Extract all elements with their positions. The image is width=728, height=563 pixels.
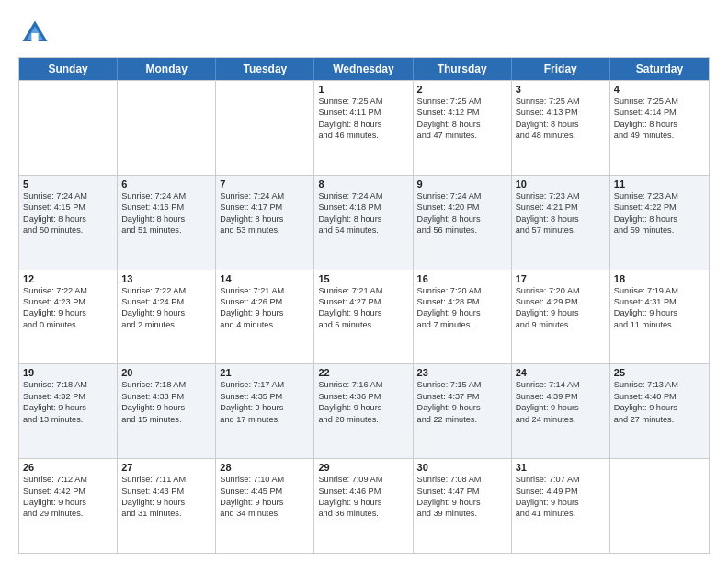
- cell-info-line: and 53 minutes.: [220, 224, 310, 236]
- logo-icon: [18, 17, 51, 50]
- cell-info-line: Daylight: 8 hours: [614, 213, 705, 224]
- cell-info-line: and 5 minutes.: [318, 319, 408, 330]
- calendar-cell: 18Sunrise: 7:19 AMSunset: 4:31 PMDayligh…: [610, 270, 709, 364]
- cell-info-line: Sunrise: 7:14 AM: [516, 379, 606, 390]
- day-number: 29: [318, 462, 408, 473]
- cell-info-line: and 50 minutes.: [23, 224, 113, 236]
- cell-info-line: Sunset: 4:47 PM: [417, 486, 507, 497]
- calendar-row: 5Sunrise: 7:24 AMSunset: 4:15 PMDaylight…: [19, 175, 709, 270]
- cell-info-line: and 48 minutes.: [516, 130, 606, 141]
- day-number: 12: [23, 273, 113, 284]
- calendar-cell: 4Sunrise: 7:25 AMSunset: 4:14 PMDaylight…: [610, 81, 709, 175]
- cell-info-line: Sunset: 4:18 PM: [318, 201, 408, 213]
- cell-info-line: Sunrise: 7:16 AM: [318, 379, 408, 390]
- day-number: 26: [23, 462, 113, 473]
- cell-info-line: and 39 minutes.: [417, 508, 507, 519]
- calendar-cell: 13Sunrise: 7:22 AMSunset: 4:24 PMDayligh…: [118, 270, 216, 364]
- cell-info-line: Sunrise: 7:22 AM: [121, 285, 211, 296]
- cell-info-line: Sunset: 4:45 PM: [220, 486, 310, 497]
- cell-info-line: Sunset: 4:16 PM: [121, 201, 211, 213]
- cell-info-line: and 57 minutes.: [516, 224, 606, 236]
- cell-info-line: and 59 minutes.: [614, 224, 705, 236]
- cell-info-line: Sunset: 4:49 PM: [516, 486, 606, 497]
- calendar-cell: 9Sunrise: 7:24 AMSunset: 4:20 PMDaylight…: [414, 176, 512, 270]
- calendar-cell: 22Sunrise: 7:16 AMSunset: 4:36 PMDayligh…: [314, 364, 413, 458]
- day-number: 16: [417, 273, 507, 284]
- cell-info-line: Sunrise: 7:15 AM: [417, 379, 507, 390]
- calendar-cell: 25Sunrise: 7:13 AMSunset: 4:40 PMDayligh…: [610, 364, 709, 458]
- cell-info-line: and 15 minutes.: [121, 414, 211, 425]
- cell-info-line: and 46 minutes.: [318, 130, 408, 141]
- cell-info-line: Sunrise: 7:25 AM: [516, 96, 606, 107]
- cell-info-line: Sunrise: 7:20 AM: [516, 285, 606, 296]
- day-number: 15: [318, 273, 408, 284]
- cell-info-line: Daylight: 9 hours: [23, 497, 113, 508]
- day-number: 14: [220, 273, 310, 284]
- cell-info-line: Daylight: 9 hours: [516, 497, 606, 508]
- cell-info-line: Sunrise: 7:17 AM: [220, 379, 310, 390]
- cell-info-line: Sunset: 4:15 PM: [23, 201, 113, 213]
- cell-info-line: and 34 minutes.: [220, 508, 310, 519]
- cell-info-line: Sunrise: 7:21 AM: [220, 285, 310, 296]
- day-number: 8: [318, 178, 408, 190]
- cell-info-line: Daylight: 8 hours: [516, 119, 606, 130]
- day-number: 9: [417, 178, 507, 190]
- cell-info-line: Sunset: 4:13 PM: [516, 107, 606, 118]
- cell-info-line: and 36 minutes.: [318, 508, 408, 519]
- cell-info-line: Daylight: 9 hours: [220, 307, 310, 318]
- cell-info-line: and 56 minutes.: [417, 224, 507, 236]
- cell-info-line: and 49 minutes.: [614, 130, 705, 141]
- calendar-cell: 28Sunrise: 7:10 AMSunset: 4:45 PMDayligh…: [216, 459, 314, 553]
- cell-info-line: Daylight: 8 hours: [23, 213, 113, 224]
- cell-info-line: Sunrise: 7:22 AM: [23, 285, 113, 296]
- calendar-row: 1Sunrise: 7:25 AMSunset: 4:11 PMDaylight…: [19, 80, 709, 175]
- calendar-cell: 10Sunrise: 7:23 AMSunset: 4:21 PMDayligh…: [512, 176, 610, 270]
- calendar-row: 12Sunrise: 7:22 AMSunset: 4:23 PMDayligh…: [19, 270, 709, 364]
- calendar-cell: [216, 81, 314, 175]
- page: SundayMondayTuesdayWednesdayThursdayFrid…: [0, 0, 728, 563]
- day-number: 24: [516, 367, 606, 378]
- cell-info-line: Daylight: 9 hours: [318, 307, 408, 318]
- day-number: 28: [220, 462, 310, 473]
- cell-info-line: and 24 minutes.: [516, 414, 606, 425]
- cell-info-line: Sunset: 4:17 PM: [220, 201, 310, 213]
- cell-info-line: Daylight: 9 hours: [417, 402, 507, 413]
- cell-info-line: Sunset: 4:29 PM: [516, 296, 606, 307]
- logo: [18, 17, 57, 50]
- cell-info-line: Daylight: 9 hours: [23, 307, 113, 318]
- day-number: 19: [23, 367, 113, 378]
- cell-info-line: and 9 minutes.: [516, 319, 606, 330]
- cell-info-line: Sunset: 4:33 PM: [121, 391, 211, 402]
- cell-info-line: Sunrise: 7:23 AM: [516, 190, 606, 201]
- day-number: 23: [417, 367, 507, 378]
- cell-info-line: and 47 minutes.: [417, 130, 507, 141]
- cell-info-line: Sunrise: 7:18 AM: [23, 379, 113, 390]
- cell-info-line: Sunrise: 7:11 AM: [121, 474, 211, 485]
- cell-info-line: Sunset: 4:32 PM: [23, 391, 113, 402]
- calendar-cell: [610, 459, 709, 553]
- cell-info-line: Daylight: 9 hours: [516, 402, 606, 413]
- cell-info-line: Sunset: 4:37 PM: [417, 391, 507, 402]
- cell-info-line: Sunset: 4:39 PM: [516, 391, 606, 402]
- calendar-body: 1Sunrise: 7:25 AMSunset: 4:11 PMDaylight…: [19, 80, 709, 553]
- calendar-cell: 15Sunrise: 7:21 AMSunset: 4:27 PMDayligh…: [314, 270, 413, 364]
- calendar-row: 19Sunrise: 7:18 AMSunset: 4:32 PMDayligh…: [19, 363, 709, 458]
- cell-info-line: Daylight: 9 hours: [121, 497, 211, 508]
- calendar-cell: 30Sunrise: 7:08 AMSunset: 4:47 PMDayligh…: [414, 459, 512, 553]
- calendar-cell: 5Sunrise: 7:24 AMSunset: 4:15 PMDaylight…: [19, 176, 118, 270]
- calendar-cell: 19Sunrise: 7:18 AMSunset: 4:32 PMDayligh…: [19, 364, 118, 458]
- cell-info-line: and 51 minutes.: [121, 224, 211, 236]
- cell-info-line: and 4 minutes.: [220, 319, 310, 330]
- cell-info-line: Daylight: 8 hours: [417, 213, 507, 224]
- day-number: 10: [516, 178, 606, 190]
- calendar-cell: 26Sunrise: 7:12 AMSunset: 4:42 PMDayligh…: [19, 459, 118, 553]
- day-number: 18: [614, 273, 705, 284]
- cell-info-line: and 27 minutes.: [614, 414, 705, 425]
- cell-info-line: and 29 minutes.: [23, 508, 113, 519]
- cell-info-line: and 31 minutes.: [121, 508, 211, 519]
- cell-info-line: Sunset: 4:31 PM: [614, 296, 705, 307]
- calendar-cell: 23Sunrise: 7:15 AMSunset: 4:37 PMDayligh…: [414, 364, 512, 458]
- calendar-cell: 24Sunrise: 7:14 AMSunset: 4:39 PMDayligh…: [512, 364, 610, 458]
- cell-info-line: Daylight: 9 hours: [614, 307, 705, 318]
- cell-info-line: Sunset: 4:20 PM: [417, 201, 507, 213]
